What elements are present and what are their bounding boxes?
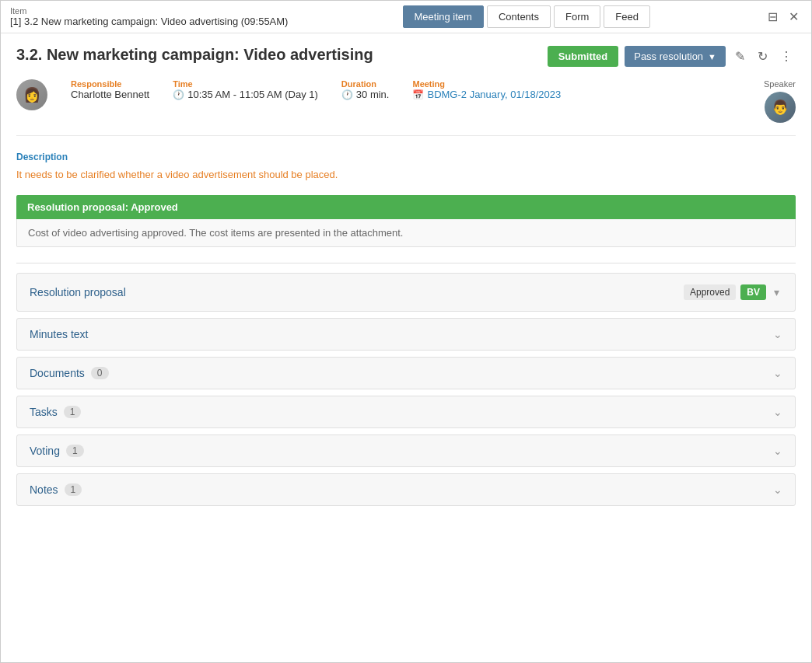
duration-icon: 🕐: [341, 89, 353, 100]
section-tasks-title: Tasks 1: [30, 406, 81, 418]
minimize-button[interactable]: ⊟: [765, 6, 781, 27]
time-field: Time 🕐 10:35 AM - 11:05 AM (Day 1): [173, 79, 318, 100]
pass-resolution-button[interactable]: Pass resolution ▼: [625, 46, 726, 67]
meeting-link[interactable]: BDMG-2 January, 01/18/2023: [427, 89, 561, 100]
header-tabs: Meeting item Contents Form Feed: [403, 5, 650, 28]
approved-badge: Approved: [684, 284, 736, 300]
window-title: [1] 3.2 New marketing campaign: Video ad…: [10, 16, 288, 27]
bv-badge: BV: [740, 284, 766, 300]
meeting-label: Meeting: [412, 79, 561, 89]
section-minutes-text-header[interactable]: Minutes text ⌄: [17, 319, 795, 350]
header-bar: Item [1] 3.2 New marketing campaign: Vid…: [1, 1, 811, 33]
section-resolution-proposal: Resolution proposal Approved BV ▾: [16, 273, 796, 312]
tab-meeting-item[interactable]: Meeting item: [403, 5, 484, 28]
resolution-proposal-expand-btn[interactable]: ▾: [771, 283, 782, 302]
meta-row: 👩 Responsible Charlotte Bennett Time 🕐 1…: [16, 79, 796, 136]
time-value: 🕐 10:35 AM - 11:05 AM (Day 1): [173, 89, 318, 100]
voting-chevron-icon: ⌄: [773, 445, 782, 457]
close-button[interactable]: ✕: [786, 6, 802, 27]
divider: [16, 263, 796, 263]
page-title: 3.2. New marketing campaign: Video adver…: [16, 46, 373, 64]
duration-value: 🕐 30 min.: [341, 89, 390, 100]
section-documents-right: ⌄: [773, 367, 782, 379]
tab-form[interactable]: Form: [554, 5, 600, 28]
section-tasks-header[interactable]: Tasks 1 ⌄: [17, 396, 795, 427]
pass-resolution-label: Pass resolution: [634, 51, 703, 62]
description-text: It needs to be clarified whether a video…: [16, 167, 796, 183]
section-tasks-right: ⌄: [773, 406, 782, 418]
notes-badge: 1: [65, 483, 82, 496]
tab-feed[interactable]: Feed: [604, 5, 650, 28]
section-minutes-text-right: ⌄: [773, 328, 782, 340]
section-documents-header[interactable]: Documents 0 ⌄: [17, 358, 795, 389]
section-notes: Notes 1 ⌄: [16, 473, 796, 506]
duration-label: Duration: [341, 79, 390, 89]
section-voting: Voting 1 ⌄: [16, 434, 796, 467]
section-minutes-text: Minutes text ⌄: [16, 318, 796, 351]
speaker-label: Speaker: [764, 79, 796, 89]
speaker-avatar: 👨: [765, 92, 796, 123]
tasks-chevron-icon: ⌄: [773, 406, 782, 418]
duration-field: Duration 🕐 30 min.: [341, 79, 390, 100]
section-voting-right: ⌄: [773, 445, 782, 457]
section-resolution-proposal-right: Approved BV ▾: [684, 283, 782, 302]
section-resolution-proposal-title: Resolution proposal: [30, 286, 126, 298]
resolution-banner: Resolution proposal: Approved: [16, 195, 796, 219]
chevron-down-icon: ▼: [708, 52, 716, 61]
breadcrumb: Item: [10, 6, 288, 16]
title-row: 3.2. New marketing campaign: Video adver…: [16, 46, 796, 67]
documents-chevron-icon: ⌄: [773, 367, 782, 379]
section-voting-title: Voting 1: [30, 445, 84, 457]
section-minutes-text-title: Minutes text: [30, 328, 88, 340]
section-tasks: Tasks 1 ⌄: [16, 396, 796, 428]
content-area: 3.2. New marketing campaign: Video adver…: [1, 33, 811, 662]
section-voting-header[interactable]: Voting 1 ⌄: [17, 435, 795, 466]
documents-badge: 0: [91, 367, 109, 379]
speaker-section: Speaker 👨: [764, 79, 796, 123]
section-documents-title: Documents 0: [30, 367, 109, 379]
header-left: Item [1] 3.2 New marketing campaign: Vid…: [10, 6, 288, 27]
responsible-value: Charlotte Bennett: [71, 89, 149, 100]
header-actions: ⊟ ✕: [765, 6, 802, 27]
section-documents: Documents 0 ⌄: [16, 357, 796, 389]
calendar-icon: 📅: [412, 89, 424, 100]
time-label: Time: [173, 79, 318, 89]
submitted-badge: Submitted: [548, 46, 619, 67]
tab-contents[interactable]: Contents: [487, 5, 551, 28]
responsible-field: Responsible Charlotte Bennett: [71, 79, 149, 100]
minutes-text-chevron-icon: ⌄: [773, 328, 782, 340]
description-section: Description It needs to be clarified whe…: [16, 152, 796, 183]
meeting-value: 📅 BDMG-2 January, 01/18/2023: [412, 89, 561, 100]
notes-chevron-icon: ⌄: [773, 483, 782, 496]
tasks-badge: 1: [64, 406, 82, 418]
refresh-button[interactable]: ↻: [754, 46, 771, 67]
section-notes-title: Notes 1: [30, 483, 82, 496]
resolution-content: Cost of video advertising approved. The …: [16, 219, 796, 247]
responsible-avatar: 👩: [16, 79, 47, 110]
title-actions: Submitted Pass resolution ▼ ✎ ↻ ⋮: [548, 46, 796, 67]
meeting-field: Meeting 📅 BDMG-2 January, 01/18/2023: [412, 79, 561, 100]
voting-badge: 1: [66, 445, 84, 457]
time-icon: 🕐: [173, 89, 184, 100]
section-resolution-proposal-header[interactable]: Resolution proposal Approved BV ▾: [17, 274, 795, 311]
resolution-banner-wrapper: Resolution proposal: Approved Cost of vi…: [16, 195, 796, 247]
main-window: Item [1] 3.2 New marketing campaign: Vid…: [0, 0, 812, 663]
more-options-button[interactable]: ⋮: [777, 46, 796, 67]
section-notes-header[interactable]: Notes 1 ⌄: [17, 474, 795, 505]
description-label: Description: [16, 152, 796, 162]
edit-button[interactable]: ✎: [732, 46, 748, 67]
avatar-image: 👩: [16, 79, 47, 110]
responsible-label: Responsible: [71, 79, 149, 89]
section-notes-right: ⌄: [773, 483, 782, 496]
